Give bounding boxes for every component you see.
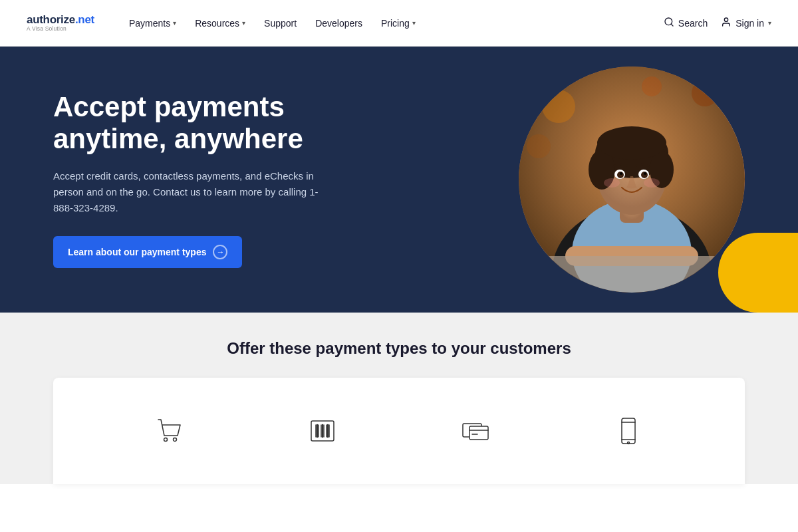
nav-item-support[interactable]: Support [256,13,305,34]
hero-content: Accept payments anytime, anywhere Accept… [53,91,386,269]
search-label: Search [678,18,708,29]
logo-name-prefix: authorize [27,13,75,26]
hero-portrait-svg [519,66,745,293]
payment-type-card-not-present[interactable] [456,411,495,451]
payment-type-ecommerce[interactable] [150,411,190,451]
nav-label-developers: Developers [315,18,362,29]
cart-icon [150,411,190,451]
nav-item-developers[interactable]: Developers [307,13,370,34]
logo-name-suffix: net [78,13,94,26]
search-button[interactable]: Search [664,17,708,29]
hero-section: Accept payments anytime, anywhere Accept… [0,47,798,313]
svg-rect-40 [469,426,488,440]
hero-title: Accept payments anytime, anywhere [53,91,386,156]
svg-point-7 [642,76,662,96]
nav-label-payments: Payments [129,18,170,29]
navbar: authorize.net A Visa Solution Payments ▾… [0,0,798,47]
svg-point-8 [527,134,551,158]
payment-section-heading: Offer these payment types to your custom… [53,339,745,358]
nav-links: Payments ▾ Resources ▾ Support Developer… [121,13,664,34]
nav-item-resources[interactable]: Resources ▾ [187,13,253,34]
svg-point-6 [692,80,718,106]
chevron-down-icon: ▾ [412,19,416,27]
logo-tagline: A Visa Solution [27,26,94,32]
hero-description: Accept credit cards, contactless payment… [53,168,332,216]
payment-cards-container [53,378,745,484]
signin-label: Sign in [735,18,764,29]
user-icon [721,17,732,29]
arrow-right-icon: → [213,245,227,259]
signin-button[interactable]: Sign in ▾ [721,17,771,29]
nav-item-pricing[interactable]: Pricing ▾ [373,13,424,34]
svg-point-26 [644,178,660,188]
svg-rect-12 [519,256,745,293]
hero-cta-label: Learn about our payment types [68,247,206,257]
svg-line-1 [671,24,673,26]
svg-point-27 [164,438,168,442]
hero-cta-button[interactable]: Learn about our payment types → [53,236,242,268]
svg-point-46 [628,442,630,444]
svg-point-25 [604,178,620,188]
nav-label-resources: Resources [195,18,239,29]
chevron-down-icon: ▾ [173,19,176,27]
nav-label-support: Support [264,18,297,29]
svg-point-18 [597,126,666,160]
nav-right: Search Sign in ▾ [664,17,771,29]
barcode-icon [303,411,342,451]
chevron-down-icon: ▾ [242,19,245,27]
payment-type-card-present[interactable] [303,411,342,451]
search-icon [664,17,674,29]
chevron-down-icon: ▾ [768,19,771,27]
mobile-icon [608,411,648,451]
svg-point-24 [644,172,646,175]
nav-label-pricing: Pricing [381,18,410,29]
hero-image [519,66,745,293]
brand-logo[interactable]: authorize.net A Visa Solution [27,14,94,32]
svg-point-2 [725,18,728,21]
payment-type-mobile[interactable] [608,411,648,451]
nav-item-payments[interactable]: Payments ▾ [121,13,184,34]
hero-portrait-circle [519,66,745,293]
svg-point-28 [174,438,177,442]
svg-point-23 [620,172,622,175]
svg-point-5 [542,90,575,123]
payment-types-section: Offer these payment types to your custom… [0,313,798,484]
cards-icon [456,411,495,451]
